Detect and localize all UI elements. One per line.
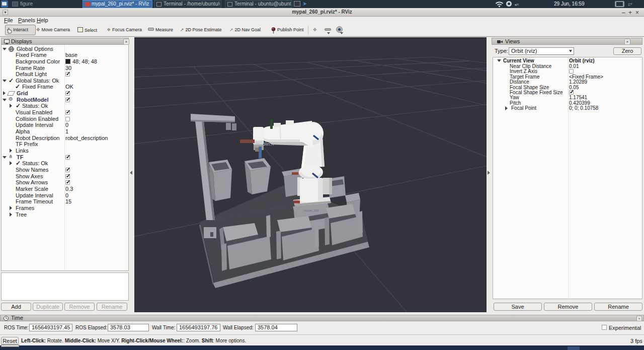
svg-text:mypal_260: mypal_260 xyxy=(304,209,319,212)
svg-text:lin..3lin..7: lin..3lin..7 xyxy=(256,142,275,147)
